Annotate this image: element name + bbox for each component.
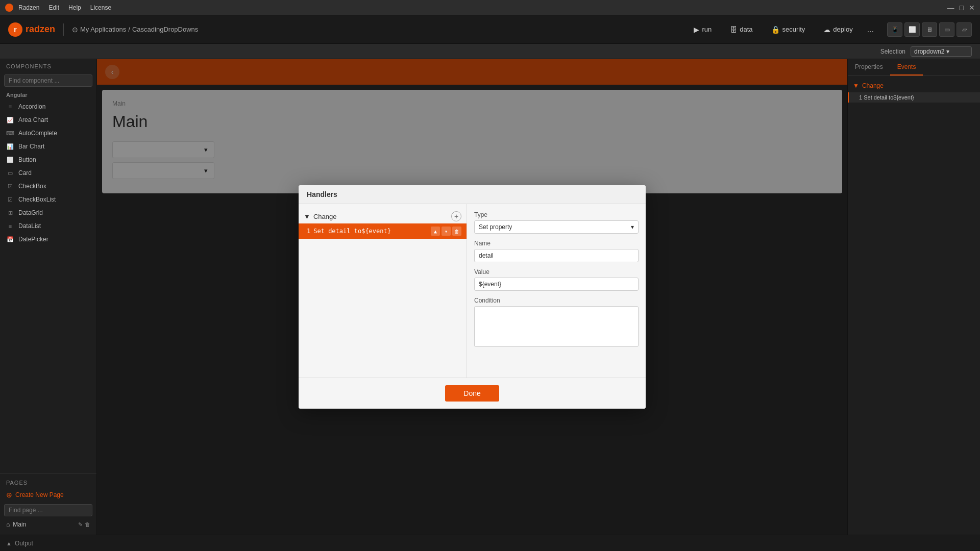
component-datagrid[interactable]: ⊞ DataGrid [0,206,96,219]
page-edit-button[interactable]: ✎ [78,521,83,528]
output-label: Output [15,540,33,547]
pages-title: Pages [0,478,96,488]
device-narrow[interactable]: ▱ [957,22,972,37]
toolbar-logo-icon: r [8,22,22,37]
security-button[interactable]: 🔒 security [767,23,810,36]
close-button[interactable]: ✕ [969,4,975,12]
handler-up-button[interactable]: ▲ [431,227,440,236]
app-body: Components Angular ≡ Accordion 📈 Area Ch… [0,59,980,535]
device-wide[interactable]: ▭ [939,22,954,37]
modal-header: Handlers [299,185,646,204]
props-section-header[interactable]: ▼ Change [848,80,980,91]
breadcrumb-app[interactable]: My Applications [80,26,126,33]
component-list: ≡ Accordion 📈 Area Chart ⌨ AutoComplete … [0,100,96,473]
component-bar-chart[interactable]: 📊 Bar Chart [0,140,96,153]
datagrid-icon: ⊞ [6,209,14,217]
tab-events-label: Events [897,63,916,70]
deploy-button[interactable]: ☁ deploy [819,23,856,36]
autocomplete-icon: ⌨ [6,129,14,137]
more-button[interactable]: ... [867,25,874,34]
handler-down-button[interactable]: ▾ [442,227,451,236]
checkboxlist-label: CheckBoxList [18,196,56,203]
app-title: Radzen [18,4,39,11]
create-page-button[interactable]: ⊕ Create New Page [0,488,96,502]
page-main-label: Main [13,521,78,528]
component-datepicker[interactable]: 📅 DatePicker [0,233,96,246]
prop-value-input[interactable] [474,278,639,291]
run-label: run [702,26,712,33]
done-button[interactable]: Done [445,385,499,402]
selection-dropdown[interactable]: dropdown2 ▾ [911,46,972,57]
breadcrumb-page[interactable]: CascadingDropDowns [132,26,198,33]
create-page-label: Create New Page [15,491,64,498]
modal-body: ▼ Change + 1 Set detail to${event} ▲ ▾ [299,204,646,378]
component-datalist[interactable]: ≡ DataList [0,219,96,233]
data-icon: 🗄 [730,26,737,34]
handler-item-text: Set detail to${event} [313,228,431,235]
handler-delete-button[interactable]: 🗑 [452,227,461,236]
breadcrumb-icon: ⊙ [72,26,78,34]
button-icon: ⬜ [6,156,14,164]
handler-collapse-icon: ▼ [304,213,310,220]
angular-label: Angular [0,90,96,100]
handler-section-left: ▼ Change [304,213,336,220]
props-item-1[interactable]: 1 Set detail to${event} [848,92,980,103]
components-title: Components [0,59,96,71]
device-desktop[interactable]: 🖥 [922,22,937,37]
datepicker-icon: 📅 [6,235,14,243]
component-card[interactable]: ▭ Card [0,166,96,180]
minimize-button[interactable]: — [947,4,954,12]
page-delete-button[interactable]: 🗑 [85,521,90,528]
page-item-main[interactable]: ⌂ Main ✎ 🗑 [0,518,96,531]
menu-edit[interactable]: Edit [48,4,59,11]
data-button[interactable]: 🗄 data [726,23,756,36]
prop-name-row: Name [474,240,639,262]
toolbar-divider [63,23,64,36]
find-component-input[interactable] [4,74,92,87]
breadcrumb: ⊙ My Applications / CascadingDropDowns [72,26,198,34]
app-logo-icon [5,4,13,12]
component-area-chart[interactable]: 📈 Area Chart [0,113,96,127]
page-item-actions: ✎ 🗑 [78,521,90,528]
done-label: Done [463,389,480,397]
prop-value-label: Value [474,268,639,276]
tab-properties[interactable]: Properties [848,59,890,76]
toolbar-logo: r radzen [8,22,55,37]
tab-properties-label: Properties [855,63,883,70]
component-autocomplete[interactable]: ⌨ AutoComplete [0,127,96,140]
accordion-label: Accordion [18,103,45,110]
menu-license[interactable]: License [90,4,111,11]
page-main-icon: ⌂ [6,521,10,528]
checkbox-label: CheckBox [18,183,46,190]
handler-section-header[interactable]: ▼ Change + [299,209,467,223]
component-accordion[interactable]: ≡ Accordion [0,100,96,113]
component-button[interactable]: ⬜ Button [0,153,96,166]
titlebar-controls: — □ ✕ [947,4,975,12]
device-tablet[interactable]: ⬜ [904,22,920,37]
prop-type-select[interactable]: Set property ▾ [474,220,639,234]
run-button[interactable]: ▶ run [690,23,716,36]
handler-add-button[interactable]: + [451,211,461,221]
prop-name-input[interactable] [474,249,639,262]
modal-footer: Done [299,378,646,409]
prop-type-arrow: ▾ [631,223,634,231]
tab-events[interactable]: Events [890,59,923,76]
datagrid-label: DataGrid [18,209,43,216]
selection-label: Selection [880,48,905,55]
device-selector: 📱 ⬜ 🖥 ▭ ▱ [887,22,972,37]
modal-handlers-panel: ▼ Change + 1 Set detail to${event} ▲ ▾ [299,204,467,378]
card-label: Card [18,169,32,177]
modal-title: Handlers [307,190,337,198]
output-toggle[interactable]: ▲ [6,540,12,546]
selection-value: dropdown2 [914,48,944,55]
component-checkbox[interactable]: ☑ CheckBox [0,180,96,193]
menu-help[interactable]: Help [68,4,81,11]
titlebar-left: Radzen Edit Help License [5,4,111,12]
component-checkboxlist[interactable]: ☑ CheckBoxList [0,193,96,206]
handler-item-1[interactable]: 1 Set detail to${event} ▲ ▾ 🗑 [299,223,467,239]
prop-condition-textarea[interactable] [474,306,639,347]
maximize-button[interactable]: □ [960,4,964,12]
device-mobile[interactable]: 📱 [887,22,902,37]
run-icon: ▶ [694,26,699,34]
find-page-input[interactable] [4,504,92,516]
